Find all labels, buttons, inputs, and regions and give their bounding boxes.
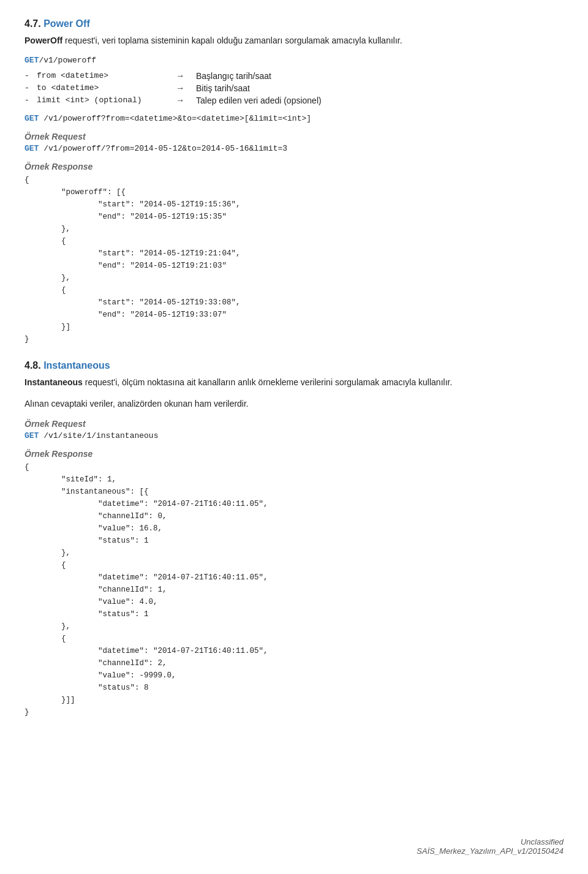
section-47-endpoint: GET /v1/poweroff [24,56,564,65]
param-desc-to: Bitiş tarih/saat [196,83,250,93]
section-48-description1: Instantaneous request'i, ölçüm noktasına… [24,376,564,389]
section-47-response-code: { "poweroff": [{ "start": "2014-05-12T19… [24,174,564,345]
section-47-example-request-url: GET /v1/poweroff/?from=2014-05-12&to=201… [24,144,564,153]
section-48-example-request-label: Örnek Request [24,419,564,429]
section-47-ex-req-path: /v1/poweroff/?from=2014-05-12&to=2014-05… [39,144,287,153]
param-arrow-limit: → [178,96,196,105]
param-name-to: to <datetime> [37,83,178,92]
section-47-example-response-label: Örnek Response [24,162,564,171]
footer-unclassified: Unclassified [417,837,564,846]
section-47-example-request-label: Örnek Request [24,132,564,141]
footer: Unclassified SAİS_Merkez_Yazılım_API_v1/… [417,837,564,856]
section-48-desc-rest: request'i, ölçüm noktasına ait kanalları… [83,377,452,387]
section-48-ex-req-get: GET [24,431,39,440]
section-48-number: 4.8. [24,360,41,371]
param-row-from: - from <datetime> → Başlangıç tarih/saat [24,71,564,81]
section-47-heading: 4.7. Power Off [24,18,564,29]
param-dash-from: - [24,71,37,80]
param-arrow-to: → [178,83,196,93]
section-47-desc-bold: PowerOff [24,36,62,45]
section-48-heading: 4.8. Instantaneous [24,360,564,371]
section-48-title: Instantaneous [43,360,110,371]
section-48-example-request-url: GET /v1/site/1/instantaneous [24,431,564,440]
param-dash-limit: - [24,96,37,105]
param-row-limit: - limit <int> (optional) → Talep edilen … [24,96,564,105]
section-47-desc-rest: request'i, veri toplama sisteminin kapal… [62,36,402,45]
section-47-params: - from <datetime> → Başlangıç tarih/saat… [24,71,564,105]
param-dash-to: - [24,83,37,92]
section-48-response-code: { "siteId": 1, "instantaneous": [{ "date… [24,461,564,718]
param-desc-limit: Talep edilen veri adedi (opsionel) [196,96,322,105]
section-47-get-label: GET [24,56,39,65]
section-47-title: Power Off [43,18,90,29]
section-47-description: PowerOff request'i, veri toplama sistemi… [24,34,564,47]
param-name-limit: limit <int> (optional) [37,96,178,105]
section-48-description2: Alınan cevaptaki veriler, analizörden ok… [24,397,564,410]
section-48-ex-req-path: /v1/site/1/instantaneous [39,431,158,440]
section-47-query-get: GET [24,114,39,123]
param-desc-from: Başlangıç tarih/saat [196,71,271,81]
footer-doc-name: SAİS_Merkez_Yazılım_API_v1/20150424 [417,846,564,856]
section-47-ex-req-get: GET [24,144,39,153]
section-47-query-path: /v1/poweroff?from=<datetime>&to=<datetim… [39,114,311,123]
section-47-endpoint-path: /v1/poweroff [39,56,96,65]
param-name-from: from <datetime> [37,71,178,80]
section-48-example-response-label: Örnek Response [24,449,564,459]
param-row-to: - to <datetime> → Bitiş tarih/saat [24,83,564,93]
param-arrow-from: → [178,71,196,81]
section-47-number: 4.7. [24,18,41,29]
section-47-query-url: GET /v1/poweroff?from=<datetime>&to=<dat… [24,114,564,123]
section-48-desc-bold: Instantaneous [24,377,83,387]
